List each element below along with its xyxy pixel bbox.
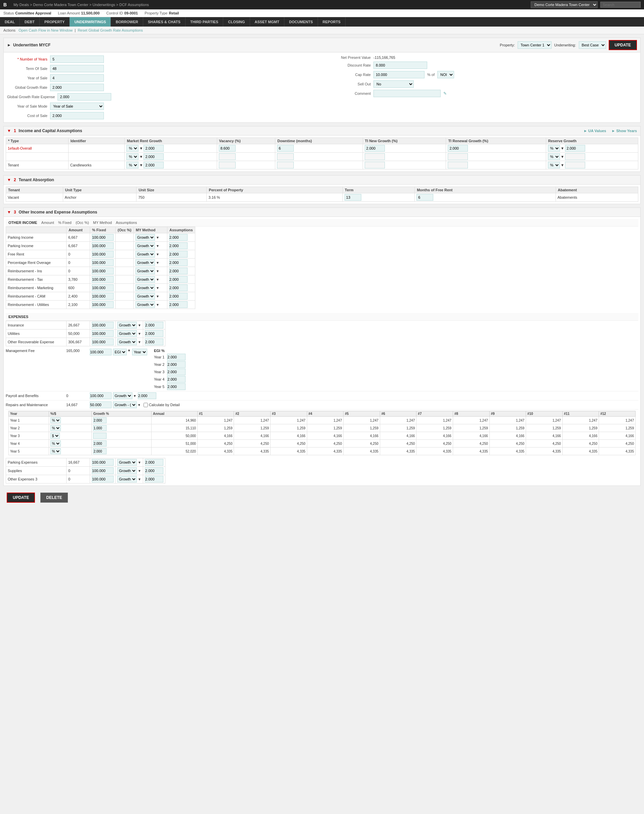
oi-method-select-8[interactable]: Growth	[135, 301, 155, 308]
market-rent-pct-select3[interactable]: %	[126, 162, 138, 169]
nav-debt[interactable]: DEBT	[20, 17, 40, 26]
nav-borrower[interactable]: BORROWER	[111, 17, 143, 26]
nav-deal[interactable]: DEAL	[0, 17, 20, 26]
oi-method-select-4[interactable]: Growth	[135, 268, 155, 274]
oi-method-select-0[interactable]: Growth	[135, 234, 155, 241]
oi-method-select-7[interactable]: Growth	[135, 293, 155, 299]
reserve-input[interactable]	[565, 145, 585, 152]
rm-growth-input-1[interactable]	[93, 425, 107, 431]
exp-fixed-input-1[interactable]	[92, 330, 113, 337]
comment-edit-icon[interactable]: ✎	[443, 91, 447, 96]
bottom-delete-button[interactable]: DELETE	[40, 493, 67, 503]
repairs-method-select[interactable]: Growth - (	[113, 401, 137, 408]
calculate-by-detail-checkbox[interactable]	[144, 403, 148, 407]
underwriting-select[interactable]: Best Case	[579, 41, 606, 49]
mgmt-year5-input[interactable]	[167, 383, 186, 390]
exp-method-select-1[interactable]: Growth	[117, 330, 137, 337]
market-rent-input[interactable]	[144, 145, 164, 152]
exp-method-select-2[interactable]: Growth	[117, 339, 137, 345]
mycf-update-button[interactable]: UPDATE	[609, 40, 637, 50]
payroll-method-select[interactable]: Growth	[113, 392, 132, 399]
show-years-link[interactable]: ► Show Years	[612, 129, 637, 133]
nav-documents[interactable]: DOCUMENTS	[284, 17, 318, 26]
free-rent-input[interactable]	[416, 194, 433, 201]
exp-fixed-input-0[interactable]	[92, 322, 113, 329]
rm-pct-select-1[interactable]: %	[51, 425, 61, 431]
ti-new-input[interactable]	[365, 145, 385, 152]
mgmt-fee-year-select[interactable]: Year	[132, 349, 147, 355]
exp-assumption-input-2[interactable]	[145, 339, 163, 345]
oi-assumption-input-7[interactable]	[169, 293, 187, 299]
mgmt-year1-input[interactable]	[167, 354, 186, 361]
oi-assumption-input-4[interactable]	[169, 268, 187, 274]
search-input[interactable]	[600, 2, 641, 8]
oi-assumption-input-5[interactable]	[169, 276, 187, 283]
nav-shares-chats[interactable]: SHARES & CHATS	[143, 17, 186, 26]
term-input[interactable]	[345, 194, 361, 201]
market-rent-input3[interactable]	[144, 162, 164, 169]
oi-method-select-5[interactable]: Growth	[135, 276, 155, 283]
demo-select[interactable]: Demo Corte Madera Town Center	[531, 2, 598, 8]
reserve-pct-select3[interactable]: %	[548, 162, 560, 169]
more-exp-method-1[interactable]: Growth	[117, 467, 137, 474]
oi-fixed-input-4[interactable]	[92, 268, 113, 274]
market-rent-pct-select[interactable]: %	[126, 145, 138, 152]
bottom-update-button[interactable]: UPDATE	[7, 493, 35, 503]
oi-fixed-input-2[interactable]	[92, 251, 113, 258]
reserve-pct-select2[interactable]: %	[548, 153, 560, 160]
cost-of-sale-input[interactable]	[50, 112, 104, 119]
nav-third-parties[interactable]: THIRD PARTIES	[186, 17, 224, 26]
comment-input[interactable]	[373, 90, 441, 97]
oi-assumption-input-0[interactable]	[169, 234, 187, 241]
oi-assumption-input-2[interactable]	[169, 251, 187, 258]
rm-growth-input-4[interactable]	[93, 448, 107, 454]
global-growth-rate-expense-input[interactable]	[57, 93, 111, 101]
sell-out-select[interactable]: No	[373, 80, 414, 88]
oi-assumption-input-8[interactable]	[169, 301, 187, 308]
more-exp-method-0[interactable]: Growth	[117, 459, 137, 466]
exp-assumption-input-0[interactable]	[145, 322, 163, 329]
oi-fixed-input-7[interactable]	[92, 293, 113, 299]
oi-fixed-input-3[interactable]	[92, 259, 113, 266]
exp-assumption-input-1[interactable]	[145, 330, 163, 337]
payroll-assumption-input[interactable]	[138, 392, 156, 399]
num-years-input[interactable]	[50, 55, 104, 63]
ti-renewal-input2[interactable]	[448, 153, 468, 160]
year-of-sale-input[interactable]	[50, 74, 104, 82]
downtime-input2[interactable]	[277, 153, 294, 160]
open-cashflow-link[interactable]: Open Cash Flow in New Window	[18, 28, 73, 32]
ua-values-link[interactable]: ► UA Values	[584, 129, 606, 133]
mgmt-fee-method-select[interactable]: EGI	[113, 349, 127, 355]
oi-fixed-input-6[interactable]	[92, 284, 113, 291]
ti-renewal-input3[interactable]	[448, 162, 468, 169]
ti-new-input2[interactable]	[365, 153, 385, 160]
rm-pct-select-3[interactable]: %	[51, 441, 61, 447]
oi-fixed-input-1[interactable]	[92, 243, 113, 249]
oi-fixed-input-5[interactable]	[92, 276, 113, 283]
rm-pct-select-0[interactable]: %	[51, 417, 61, 423]
downtime-input[interactable]	[277, 145, 294, 152]
global-growth-rate-input[interactable]	[50, 84, 104, 91]
nav-asset-mgmt[interactable]: ASSET MGMT	[250, 17, 284, 26]
mgmt-fee-fixed-input[interactable]	[90, 349, 112, 355]
mycf-collapse-icon[interactable]: ►	[7, 43, 11, 48]
nav-property[interactable]: PROPERTY	[40, 17, 70, 26]
exp-fixed-input-2[interactable]	[92, 339, 113, 345]
more-exp-assumption-0[interactable]	[145, 459, 163, 466]
ti-renewal-input[interactable]	[448, 145, 468, 152]
rm-pct-select-4[interactable]: %	[51, 448, 61, 454]
oi-method-select-3[interactable]: Growth	[135, 259, 155, 266]
oi-assumption-input-3[interactable]	[169, 259, 187, 266]
section1-header[interactable]: ▼ 1 Income and Capital Assumptions ► UA …	[4, 126, 640, 135]
reserve-pct-select[interactable]: %	[548, 145, 560, 152]
mgmt-year4-input[interactable]	[167, 376, 186, 382]
more-exp-assumption-1[interactable]	[145, 467, 163, 474]
market-rent-pct-select2[interactable]: %	[126, 153, 138, 160]
downtime-input3[interactable]	[277, 162, 294, 169]
oi-method-select-2[interactable]: Growth	[135, 251, 155, 258]
reserve-input3[interactable]	[565, 162, 585, 169]
rm-growth-input-3[interactable]	[93, 441, 107, 447]
payroll-fixed-input[interactable]	[90, 392, 112, 399]
vacancy-input3[interactable]	[219, 162, 236, 169]
cap-rate-input[interactable]	[373, 71, 425, 78]
